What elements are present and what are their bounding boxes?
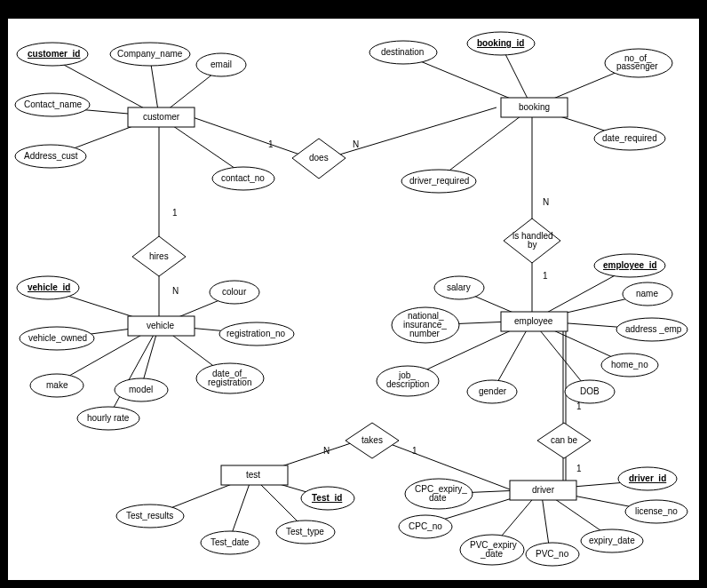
attr-address-emp-label: address _emp xyxy=(625,324,682,334)
svg-line-6 xyxy=(190,116,310,158)
card-ishandled-1: 1 xyxy=(543,271,548,281)
attr-cpc-expiry-date-label2: date xyxy=(429,493,447,503)
attr-destination-label: destination xyxy=(381,47,424,57)
card-hires-1: 1 xyxy=(172,208,178,218)
attr-vehicle-id-label: vehicle_id xyxy=(28,282,70,292)
svg-line-13 xyxy=(328,107,496,158)
attr-make-label: make xyxy=(46,380,68,390)
rel-does-label: does xyxy=(309,153,329,163)
attr-model-label: model xyxy=(129,385,153,394)
entity-customer-label: customer xyxy=(143,112,180,122)
attr-registration-no-label: registration_no xyxy=(226,329,286,338)
entity-driver-label: driver xyxy=(532,485,555,495)
attr-license-no-label: license_no xyxy=(635,506,678,516)
card-ishandled-n: N xyxy=(543,197,549,207)
attr-test-results-label: Test_results xyxy=(126,511,173,520)
rel-canbe-label: can be xyxy=(551,435,577,445)
rel-takes-label: takes xyxy=(361,435,383,445)
entity-test-label: test xyxy=(246,470,260,480)
attr-date-of-registration-label2: registration xyxy=(208,377,251,387)
attr-driver-required-label: driver_required xyxy=(409,176,469,186)
attr-contact-name-label: Contact_name xyxy=(24,99,82,109)
attr-employee-id-label: employee_id xyxy=(603,260,657,270)
attr-vehicle-owned-label: vehicle_owned xyxy=(28,333,87,343)
attr-customer-id-label: customer_id xyxy=(28,49,80,59)
attr-email-label: email xyxy=(211,60,232,69)
attr-date-required-label: date_required xyxy=(602,133,657,143)
page-root: customer booking vehicle employee test d… xyxy=(0,0,707,588)
attr-name-label: name xyxy=(636,289,658,298)
card-takes-n: N xyxy=(323,446,330,456)
attr-job-description-label2: description xyxy=(386,379,429,389)
attr-pvc-no-label: PVC_no xyxy=(536,549,569,559)
attr-hourly-rate-label: hourly rate xyxy=(87,413,130,423)
attr-pvc-expiry-date-label2: _date xyxy=(480,549,503,559)
card-takes-1: 1 xyxy=(412,446,417,456)
card-hires-n: N xyxy=(172,286,179,296)
attr-address-cust-label: Address_cust xyxy=(24,151,78,161)
attr-test-date-label: Test_date xyxy=(211,537,250,547)
rel-ishandled-label2: by xyxy=(528,240,537,250)
entity-vehicle-label: vehicle xyxy=(147,321,175,330)
attr-test-id-label: Test_id xyxy=(312,493,342,503)
attr-gender-label: gender xyxy=(479,386,507,396)
top-bar xyxy=(0,0,707,18)
er-diagram-canvas: customer booking vehicle employee test d… xyxy=(7,18,700,581)
attr-dob-label: DOB xyxy=(580,386,600,396)
attr-contact-no-label: contact_no xyxy=(221,173,265,183)
attr-no-of-passenger-label2: passenger xyxy=(616,61,658,71)
attr-national-insurance-label3: number xyxy=(409,329,441,338)
entity-employee-label: employee xyxy=(514,316,553,326)
entity-booking-label: booking xyxy=(519,102,550,112)
attr-company-name-label: Company_name xyxy=(117,49,183,59)
card-canbe-1b: 1 xyxy=(576,464,582,473)
attr-home-no-label: home_no xyxy=(611,360,648,369)
attr-expiry-date-label: expiry_date xyxy=(589,536,635,545)
rel-hires-label: hires xyxy=(149,251,169,261)
attr-booking-id-label: booking_id xyxy=(477,38,524,48)
attr-test-type-label: Test_type xyxy=(286,527,324,536)
card-does-n: N xyxy=(353,139,359,149)
svg-line-12 xyxy=(439,107,532,179)
attr-colour-label: colour xyxy=(222,287,247,297)
attr-cpc-no-label: CPC_no xyxy=(409,521,442,531)
er-diagram-svg: customer booking vehicle employee test d… xyxy=(8,19,699,580)
attr-driver-id-label: driver_id xyxy=(629,473,666,483)
card-does-1: 1 xyxy=(268,139,274,149)
attr-salary-label: salary xyxy=(447,282,471,292)
